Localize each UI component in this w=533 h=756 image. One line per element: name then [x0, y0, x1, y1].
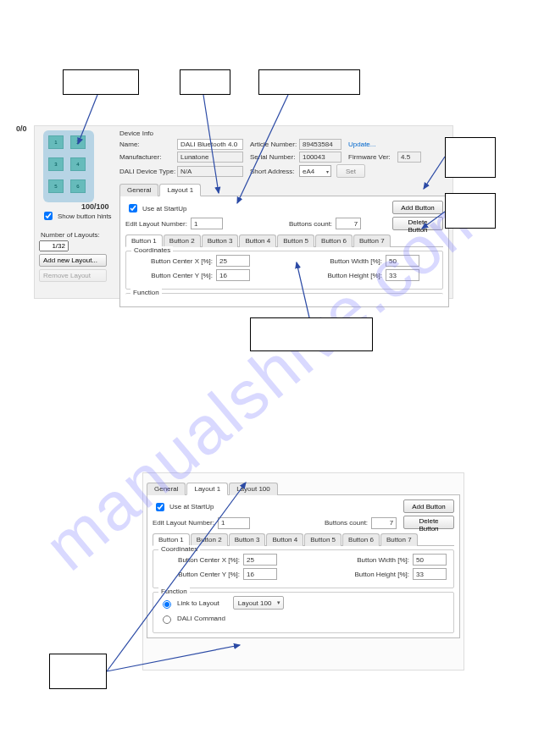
callout-box-3 — [258, 69, 360, 95]
preview-button: 4 — [70, 157, 86, 171]
bcx-field[interactable]: 25 — [243, 554, 277, 566]
fw-label: Firmware Ver: — [348, 153, 397, 161]
edit-layout-number-field[interactable]: 1 — [191, 218, 223, 229]
use-at-startup-checkbox[interactable] — [156, 503, 164, 511]
layout-preview: 1 2 3 4 5 6 — [43, 130, 94, 202]
add-button[interactable]: Add Button — [403, 499, 454, 513]
show-hints-checkbox[interactable] — [44, 212, 53, 220]
button-tab[interactable]: Button 2 — [191, 533, 228, 546]
tab-layout-1[interactable]: Layout 1 — [159, 184, 201, 196]
button-tab[interactable]: Button 3 — [229, 533, 266, 546]
buttons-count-field[interactable]: 7 — [336, 218, 361, 229]
tab-general[interactable]: General — [147, 483, 186, 495]
tab-layout-100[interactable]: Layout 100 — [229, 483, 278, 495]
callout-box-5 — [445, 193, 496, 229]
preview-button: 3 — [48, 157, 64, 171]
bcx-field[interactable]: 25 — [216, 255, 250, 267]
manufacturer-field: Lunatone — [177, 152, 243, 163]
button-tab[interactable]: Button 5 — [304, 533, 341, 546]
screenshot-2: General Layout 1 Layout 100 Use at Start… — [142, 472, 464, 670]
set-button[interactable]: Set — [336, 164, 365, 178]
add-button[interactable]: Add Button — [392, 201, 443, 214]
bcx-label: Button Center X [%]: — [131, 257, 216, 265]
devtype-field: N/A — [177, 166, 243, 177]
button-tab[interactable]: Button 1 — [153, 533, 190, 546]
article-label: Article Number: — [250, 141, 299, 148]
tab-general[interactable]: General — [119, 184, 158, 196]
button-tab[interactable]: Button 6 — [315, 235, 353, 247]
bh-label: Button Height [%]: — [336, 571, 413, 578]
bcy-label: Button Center Y [%]: — [131, 272, 216, 279]
link-to-layout-select[interactable]: Layout 100 — [233, 596, 285, 610]
callout-box-2 — [180, 69, 230, 95]
dali-command-label: DALI Command — [177, 615, 225, 622]
edit-layout-number-field[interactable]: 1 — [218, 517, 250, 529]
coordinates-group-title: Coordinates — [131, 246, 173, 254]
callout-box-6 — [250, 317, 373, 351]
preview-button: 1 — [48, 135, 64, 149]
coord-bottom-right: 100/100 — [81, 202, 109, 211]
serial-label: Serial Number: — [250, 153, 299, 161]
article-field: 89453584 — [299, 139, 341, 150]
button-tab[interactable]: Button 3 — [202, 235, 239, 247]
preview-button: 2 — [70, 135, 86, 149]
num-layouts-field[interactable] — [39, 240, 69, 251]
update-link[interactable]: Update... — [348, 141, 375, 148]
coordinates-group-title: Coordinates — [158, 545, 200, 553]
coord-top-left: 0/0 — [16, 124, 27, 133]
bcx-label: Button Center X [%]: — [158, 556, 243, 564]
manufacturer-label: Manufacturer: — [119, 153, 177, 161]
dali-command-radio[interactable] — [163, 615, 171, 624]
bw-field[interactable]: 50 — [413, 554, 447, 566]
bcy-field[interactable]: 16 — [216, 269, 250, 281]
use-at-startup-checkbox[interactable] — [129, 204, 137, 212]
function-group-title: Function — [158, 588, 190, 595]
callout-box-1 — [63, 69, 139, 95]
remove-layout-button[interactable]: Remove Layout — [39, 269, 107, 282]
button-tab[interactable]: Button 7 — [353, 235, 391, 247]
bcy-label: Button Center Y [%]: — [158, 571, 243, 578]
button-tab[interactable]: Button 1 — [125, 235, 163, 247]
link-to-layout-radio[interactable] — [163, 600, 171, 609]
edit-layout-label: Edit Layout Number: — [153, 519, 214, 527]
bw-label: Button Width [%]: — [309, 257, 386, 265]
button-tab[interactable]: Button 2 — [164, 235, 201, 247]
bw-field[interactable]: 50 — [386, 255, 419, 267]
buttons-count-label: Buttons count: — [289, 220, 332, 228]
shortaddr-label: Short Address: — [250, 168, 299, 175]
callout-box-4 — [445, 137, 496, 178]
device-info-title: Device Info — [119, 130, 449, 137]
serial-field: 100043 — [299, 152, 341, 163]
button-tab[interactable]: Button 4 — [266, 533, 303, 546]
bw-label: Button Width [%]: — [336, 556, 413, 564]
fw-field: 4.5 — [397, 152, 421, 163]
button-tab[interactable]: Button 5 — [277, 235, 314, 247]
use-at-startup-label: Use at StartUp — [169, 503, 214, 510]
buttons-count-field[interactable]: 7 — [371, 517, 397, 529]
name-field[interactable]: DALI Bluetooth 4.0 — [177, 139, 243, 150]
add-new-layout-button[interactable]: Add new Layout... — [39, 254, 107, 267]
screenshot-1: 0/0 1 2 3 4 5 6 100/100 Show button hint… — [34, 125, 453, 299]
button-tab[interactable]: Button 4 — [239, 235, 276, 247]
short-address-select[interactable]: eA4 — [299, 165, 331, 177]
use-at-startup-label: Use at StartUp — [142, 205, 186, 212]
bcy-field[interactable]: 16 — [243, 568, 277, 580]
tab-layout-1[interactable]: Layout 1 — [186, 483, 228, 495]
bh-label: Button Height [%]: — [309, 272, 386, 279]
edit-layout-label: Edit Layout Number: — [125, 220, 187, 228]
delete-button[interactable]: Delete Button — [403, 516, 454, 529]
function-group-title: Function — [130, 289, 162, 296]
button-tab[interactable]: Button 7 — [380, 533, 418, 546]
name-label: Name: — [119, 141, 177, 148]
link-to-layout-label: Link to Layout — [177, 599, 219, 607]
callout-box-7 — [49, 654, 107, 689]
devtype-label: DALI Device Type: — [119, 168, 177, 175]
preview-button: 5 — [48, 179, 64, 193]
preview-button: 6 — [70, 179, 86, 193]
bh-field[interactable]: 33 — [413, 568, 447, 580]
bh-field[interactable]: 33 — [386, 269, 419, 281]
show-hints-label: Show button hints — [58, 212, 112, 220]
delete-button[interactable]: Delete Button — [392, 217, 443, 230]
button-tab[interactable]: Button 6 — [342, 533, 380, 546]
buttons-count-label: Buttons count: — [325, 519, 368, 527]
